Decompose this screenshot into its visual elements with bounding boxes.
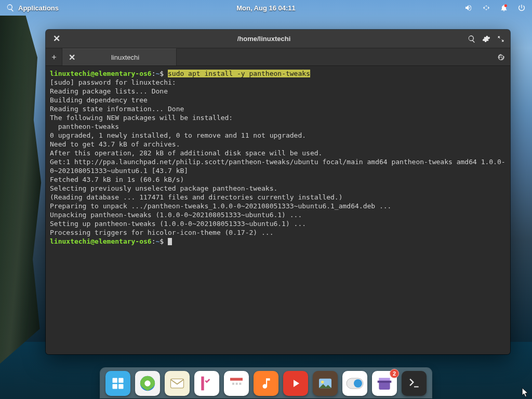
svg-rect-21 xyxy=(378,381,392,383)
settings-button[interactable] xyxy=(482,35,490,43)
terminal-window: ✕ /home/linuxtechi ✕ linuxtechi linuxtec… xyxy=(46,30,510,354)
power-icon xyxy=(517,4,526,12)
search-icon xyxy=(468,35,476,43)
titlebar[interactable]: ✕ /home/linuxtechi xyxy=(46,30,510,48)
dock-appcenter[interactable]: 2 xyxy=(372,371,397,396)
dock-videos[interactable] xyxy=(283,371,308,396)
sound-indicator[interactable] xyxy=(464,4,473,12)
clock-text: Mon, Aug 16 04:11 xyxy=(236,4,296,12)
terminal-cursor xyxy=(168,238,172,245)
bell-icon xyxy=(500,4,508,12)
svg-rect-13 xyxy=(236,383,238,385)
volume-icon xyxy=(464,4,473,12)
window-close-button[interactable]: ✕ xyxy=(51,33,60,44)
svg-point-6 xyxy=(144,380,150,386)
svg-rect-9 xyxy=(201,377,204,391)
svg-rect-4 xyxy=(118,384,123,389)
svg-point-0 xyxy=(504,4,507,7)
search-icon xyxy=(6,4,15,12)
dock-photos[interactable] xyxy=(313,371,338,396)
dock-terminal[interactable] xyxy=(402,371,427,396)
dock: 2 xyxy=(100,368,432,398)
svg-rect-3 xyxy=(113,384,117,389)
new-tab-button[interactable] xyxy=(46,48,62,65)
wallpaper-cliff xyxy=(0,16,47,364)
update-badge: 2 xyxy=(390,369,399,378)
network-icon xyxy=(482,4,490,12)
window-title: /home/linuxtechi xyxy=(66,35,461,43)
dock-mail[interactable] xyxy=(165,371,190,396)
dock-music[interactable] xyxy=(254,371,278,396)
history-icon xyxy=(497,53,505,61)
network-indicator[interactable] xyxy=(482,4,490,12)
search-button[interactable] xyxy=(468,35,476,43)
top-panel: Applications Mon, Aug 16 04:11 xyxy=(0,0,532,16)
tab-bar: ✕ linuxtechi xyxy=(46,48,510,66)
dock-calendar[interactable] xyxy=(224,371,249,396)
svg-rect-11 xyxy=(230,378,243,380)
svg-point-18 xyxy=(354,379,362,388)
dock-multitasking[interactable] xyxy=(105,371,130,396)
history-button[interactable] xyxy=(491,48,510,65)
svg-rect-1 xyxy=(113,378,117,383)
tab-label: linuxtechi xyxy=(81,54,170,61)
tab-linuxtechi[interactable]: ✕ linuxtechi xyxy=(62,48,177,65)
session-indicator[interactable] xyxy=(517,4,526,12)
svg-rect-2 xyxy=(118,378,123,383)
plus-icon xyxy=(50,54,58,61)
dock-tasks[interactable] xyxy=(194,371,219,396)
tab-close-button[interactable]: ✕ xyxy=(69,52,75,62)
maximize-button[interactable] xyxy=(497,35,505,43)
svg-point-16 xyxy=(321,381,324,383)
gear-icon xyxy=(482,35,490,43)
svg-rect-7 xyxy=(171,379,184,388)
svg-rect-12 xyxy=(232,383,234,385)
applications-menu[interactable]: Applications xyxy=(6,4,59,12)
terminal-content[interactable]: linuxtechi@elementary-os6:~$ sudo apt in… xyxy=(46,66,510,354)
clock[interactable]: Mon, Aug 16 04:11 xyxy=(236,4,296,12)
notifications-indicator[interactable] xyxy=(500,4,508,12)
maximize-icon xyxy=(497,35,505,43)
dock-settings[interactable] xyxy=(342,371,367,396)
applications-label: Applications xyxy=(18,4,59,12)
dock-web-browser[interactable] xyxy=(135,371,160,396)
svg-rect-14 xyxy=(239,383,241,385)
mouse-cursor xyxy=(522,388,529,398)
